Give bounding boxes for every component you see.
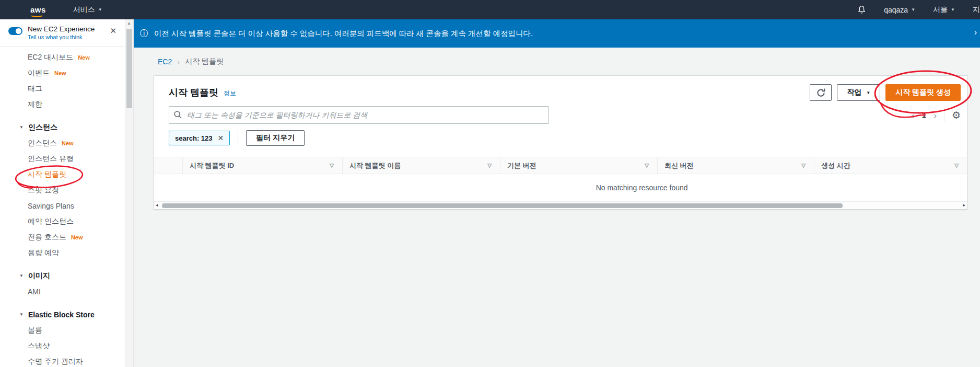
section-collapse-icon: ▼ (19, 312, 24, 317)
scrollbar-thumb[interactable] (126, 29, 132, 108)
support-menu[interactable]: 지 (973, 5, 980, 15)
aws-logo[interactable]: aws (30, 5, 46, 14)
filter-search-input[interactable] (169, 106, 549, 124)
toggle-knob (16, 28, 21, 34)
page-title: 시작 템플릿 (169, 86, 218, 99)
sidebar-item-instances[interactable]: 인스턴스New (0, 135, 125, 151)
new-badge: New (62, 140, 74, 146)
divider (944, 108, 944, 122)
clear-filters-button[interactable]: 필터 지우기 (246, 130, 305, 146)
column-header-default-version[interactable]: 기본 버전 ▽ (500, 157, 657, 174)
section-collapse-icon: ▼ (19, 125, 24, 130)
select-all-cell (154, 157, 182, 174)
next-page-icon[interactable]: › (934, 110, 937, 120)
breadcrumb: EC2 › 시작 템플릿 (158, 57, 980, 66)
info-link[interactable]: 정보 (224, 89, 236, 98)
new-experience-toggle[interactable] (8, 27, 22, 35)
new-badge: New (78, 54, 90, 61)
column-header-latest-version[interactable]: 최신 버전 ▽ (657, 157, 814, 174)
notifications-bell-icon[interactable] (857, 5, 866, 14)
sidebar-item-limits[interactable]: 제한 (0, 97, 125, 112)
sidebar-item-savings-plans[interactable]: Savings Plans (0, 198, 125, 214)
sidebar-item-spot-requests[interactable]: 스팟 요청 (0, 182, 125, 198)
sidebar-section-instances[interactable]: ▼인스턴스 (0, 120, 125, 135)
chevron-down-icon: ▼ (951, 7, 955, 12)
sidebar-section-ebs[interactable]: ▼Elastic Block Store (0, 307, 125, 323)
main-content: ⓘ 이전 시작 템플릿 콘솔은 더 이상 사용할 수 없습니다. 여러분의 피드… (134, 19, 980, 367)
scrollbar-right-icon[interactable]: ▸ (963, 202, 965, 208)
sidebar-nav: EC2 대시보드New 이벤트New 태그 제한 ▼인스턴스 인스턴스New 인… (0, 50, 125, 367)
breadcrumb-ec2-link[interactable]: EC2 (158, 58, 172, 66)
column-header-template-id[interactable]: 시작 템플릿 ID ▽ (182, 157, 342, 174)
aws-smile-icon (30, 12, 44, 17)
filter-chip-label: search: 123 (175, 134, 213, 142)
empty-message: No matching resource found (596, 183, 688, 192)
sidebar-item-ec2-dashboard[interactable]: EC2 대시보드New (0, 50, 125, 65)
sidebar-item-lifecycle-manager[interactable]: 수명 주기 관리자 (0, 354, 125, 367)
support-label: 지 (973, 5, 980, 15)
sidebar-item-tags[interactable]: 태그 (0, 81, 125, 97)
previous-page-icon[interactable]: ‹ (912, 110, 915, 120)
sidebar: New EC2 Experience Tell us what you thin… (0, 19, 125, 367)
scrollbar-up-icon[interactable]: ▲ (127, 21, 131, 26)
divider (238, 131, 238, 145)
account-menu[interactable]: qaqaza ▼ (884, 6, 915, 14)
scrollbar-left-icon[interactable]: ◂ (156, 202, 158, 208)
experience-feedback-link[interactable]: Tell us what you think (28, 34, 95, 41)
launch-templates-table: 시작 템플릿 ID ▽ 시작 템플릿 이름 ▽ 기본 버전 ▽ 최신 버전 ▽ (154, 157, 967, 209)
sidebar-item-launch-templates[interactable]: 시작 템플릿 (0, 167, 125, 182)
chevron-down-icon: ▼ (911, 7, 915, 12)
info-icon: ⓘ (140, 28, 148, 39)
new-badge: New (54, 70, 66, 76)
account-username: qaqaza (884, 6, 908, 14)
horizontal-scrollbar[interactable]: ◂ ▸ (154, 201, 967, 209)
sidebar-item-snapshots[interactable]: 스냅샷 (0, 338, 125, 354)
sort-icon: ▽ (330, 163, 334, 168)
services-label: 서비스 (73, 5, 95, 15)
sort-icon: ▽ (645, 163, 649, 168)
launch-templates-panel: 시작 템플릿 정보 작업 ▼ (154, 75, 967, 210)
refresh-button[interactable] (810, 84, 832, 101)
top-navigation-bar: aws 서비스 ▼ qaqaza ▼ 서울 ▼ 지 (0, 0, 980, 19)
refresh-icon (816, 88, 826, 98)
remove-filter-icon[interactable]: ✕ (218, 134, 224, 142)
column-header-template-name[interactable]: 시작 템플릿 이름 ▽ (342, 157, 500, 174)
services-menu[interactable]: 서비스 ▼ (73, 5, 102, 15)
sort-icon: ▽ (487, 163, 492, 168)
close-icon[interactable]: ✕ (108, 25, 119, 37)
region-label: 서울 (933, 5, 948, 15)
sidebar-item-events[interactable]: 이벤트New (0, 65, 125, 81)
experience-title: New EC2 Experience (28, 25, 95, 34)
sidebar-item-dedicated-hosts[interactable]: 전용 호스트New (0, 230, 125, 245)
sidebar-section-images[interactable]: ▼이미지 (0, 268, 125, 284)
sidebar-item-ami[interactable]: AMI (0, 284, 125, 300)
settings-gear-icon[interactable]: ⚙ (952, 110, 961, 120)
sidebar-item-reserved-instances[interactable]: 예약 인스턴스 (0, 214, 125, 230)
banner-text: 이전 시작 템플릿 콘솔은 더 이상 사용할 수 없습니다. 여러분의 피드백에… (154, 29, 533, 39)
page-number[interactable]: 1 (922, 111, 926, 119)
chevron-down-icon: ▼ (866, 90, 870, 95)
breadcrumb-separator-icon: › (177, 58, 180, 66)
divider (0, 46, 125, 47)
sidebar-item-capacity-reservations[interactable]: 용량 예약 (0, 245, 125, 261)
new-badge: New (71, 234, 83, 240)
info-banner: ⓘ 이전 시작 템플릿 콘솔은 더 이상 사용할 수 없습니다. 여러분의 피드… (134, 19, 980, 48)
column-header-creation-time[interactable]: 생성 시간 ▽ (814, 157, 967, 174)
filter-chip: search: 123 ✕ (169, 131, 230, 145)
empty-state-row: No matching resource found (154, 174, 967, 201)
region-menu[interactable]: 서울 ▼ (933, 5, 955, 15)
search-icon (173, 110, 182, 121)
table-header-row: 시작 템플릿 ID ▽ 시작 템플릿 이름 ▽ 기본 버전 ▽ 최신 버전 ▽ (154, 157, 967, 174)
section-collapse-icon: ▼ (19, 273, 24, 278)
sort-icon: ▽ (954, 163, 959, 168)
create-launch-template-button[interactable]: 시작 템플릿 생성 (885, 84, 961, 101)
scrollbar-thumb[interactable] (162, 203, 843, 208)
actions-button[interactable]: 작업 ▼ (837, 84, 880, 101)
sidebar-scrollbar[interactable]: ▲ (125, 19, 134, 367)
sidebar-item-instance-types[interactable]: 인스턴스 유형 (0, 151, 125, 167)
breadcrumb-current: 시작 템플릿 (185, 57, 224, 66)
search-box (169, 106, 549, 124)
sidebar-item-volumes[interactable]: 볼륨 (0, 323, 125, 338)
banner-expand-icon[interactable]: › (974, 28, 977, 37)
chevron-down-icon: ▼ (98, 7, 102, 12)
